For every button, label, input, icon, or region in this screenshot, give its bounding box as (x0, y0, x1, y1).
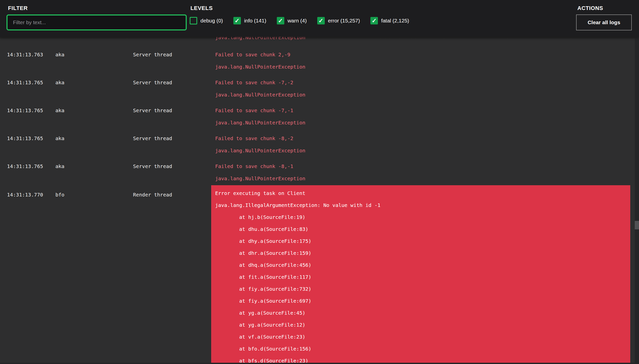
log-partial-exception-line: java.lang.NullPointerException (215, 37, 305, 40)
checkbox-checked-icon[interactable] (317, 17, 325, 24)
checkbox-checked-icon[interactable] (277, 17, 284, 24)
checkbox-unchecked-icon[interactable] (190, 17, 197, 24)
level-checkbox-error[interactable]: error (15,257) (317, 17, 360, 24)
fatal-stack-line: at yg.a(SourceFile:45) (215, 307, 630, 319)
log-entry: 14:31:13.763 aka Server thread Failed to… (0, 52, 639, 80)
log-entry: 14:31:13.765 aka Server thread Failed to… (0, 136, 639, 164)
level-label-debug: debug (0) (200, 18, 223, 24)
fatal-stack-line: at dhq.a(SourceFile:456) (215, 259, 630, 271)
log-message: Failed to save chunk -8,-1 (215, 164, 293, 169)
fatal-stack-line: at hj.b(SourceFile:19) (215, 211, 630, 223)
log-message: Failed to save chunk -8,-2 (215, 136, 293, 141)
fatal-stack-line: at vf.a(SourceFile:23) (215, 331, 630, 343)
level-checkbox-info[interactable]: info (141) (233, 17, 266, 24)
fatal-line: Error executing task on Client (215, 187, 630, 199)
log-time: 14:31:13.770 (7, 192, 43, 198)
level-label-warn: warn (4) (288, 18, 307, 24)
log-thread: Server thread (133, 164, 172, 169)
log-time: 14:31:13.763 (7, 52, 43, 57)
fatal-stack-line: at fiy.a(SourceFile:732) (215, 283, 630, 295)
log-exception: java.lang.NullPointerException (215, 148, 305, 153)
log-message: Failed to save chunk 2,-9 (215, 52, 290, 57)
log-list[interactable]: java.lang.NullPointerException 14:31:13.… (0, 37, 639, 364)
log-logger: aka (55, 164, 64, 169)
level-label-fatal: fatal (2,125) (381, 18, 409, 24)
actions-section-label: ACTIONS (577, 5, 603, 12)
fatal-stack-line: at bfs.d(SourceFile:23) (215, 355, 630, 363)
toolbar: FILTER LEVELS debug (0) info (141) warn … (0, 0, 639, 37)
horizontal-scrollbar-track[interactable] (0, 363, 639, 364)
vertical-scrollbar-thumb[interactable] (635, 221, 639, 229)
log-exception: java.lang.NullPointerException (215, 120, 305, 126)
log-viewer-app: FILTER LEVELS debug (0) info (141) warn … (0, 0, 639, 364)
log-time: 14:31:13.765 (7, 108, 43, 113)
log-time: 14:31:13.765 (7, 136, 43, 141)
level-checkbox-warn[interactable]: warn (4) (277, 17, 307, 24)
filter-section-label: FILTER (8, 5, 28, 12)
vertical-scrollbar-track[interactable] (635, 37, 639, 364)
clear-all-logs-button[interactable]: Clear all logs (576, 14, 632, 30)
levels-section-label: LEVELS (190, 5, 213, 12)
level-checkbox-debug[interactable]: debug (0) (190, 17, 223, 24)
fatal-stack-line: at fit.a(SourceFile:117) (215, 271, 630, 283)
log-logger: bfo (55, 192, 64, 198)
checkbox-checked-icon[interactable] (233, 17, 241, 24)
level-filter-row: debug (0) info (141) warn (4) error (15,… (190, 17, 409, 24)
log-exception: java.lang.NullPointerException (215, 176, 305, 181)
fatal-stack-line: at yg.a(SourceFile:12) (215, 319, 630, 331)
level-checkbox-fatal[interactable]: fatal (2,125) (370, 17, 409, 24)
log-thread: Server thread (133, 108, 172, 113)
log-thread: Server thread (133, 52, 172, 57)
log-time: 14:31:13.765 (7, 164, 43, 169)
level-label-error: error (15,257) (328, 18, 360, 24)
log-exception: java.lang.NullPointerException (215, 64, 305, 70)
fatal-stack-line: at dhr.a(SourceFile:159) (215, 247, 630, 259)
level-label-info: info (141) (244, 18, 266, 24)
log-message: Failed to save chunk -7,-2 (215, 80, 293, 85)
log-logger: aka (55, 52, 64, 57)
log-message: Failed to save chunk -7,-1 (215, 108, 293, 113)
log-logger: aka (55, 80, 64, 85)
fatal-stack-line: at bfo.d(SourceFile:156) (215, 343, 630, 355)
fatal-line: java.lang.IllegalArgumentException: No v… (215, 199, 630, 211)
log-time: 14:31:13.765 (7, 80, 43, 85)
filter-input[interactable] (7, 14, 187, 30)
checkbox-checked-icon[interactable] (370, 17, 378, 24)
fatal-stack-line: at dhu.a(SourceFile:83) (215, 223, 630, 235)
log-entry: 14:31:13.765 aka Server thread Failed to… (0, 108, 639, 136)
log-thread: Server thread (133, 136, 172, 141)
log-thread: Server thread (133, 80, 172, 85)
log-entry: 14:31:13.765 aka Server thread Failed to… (0, 80, 639, 108)
log-thread: Render thread (133, 192, 172, 198)
fatal-log-block: Error executing task on Client java.lang… (211, 185, 630, 363)
log-exception: java.lang.NullPointerException (215, 92, 305, 98)
log-logger: aka (55, 136, 64, 141)
fatal-stack-line: at fiy.a(SourceFile:697) (215, 295, 630, 307)
fatal-stack-line: at dhy.a(SourceFile:175) (215, 235, 630, 247)
log-logger: aka (55, 108, 64, 113)
